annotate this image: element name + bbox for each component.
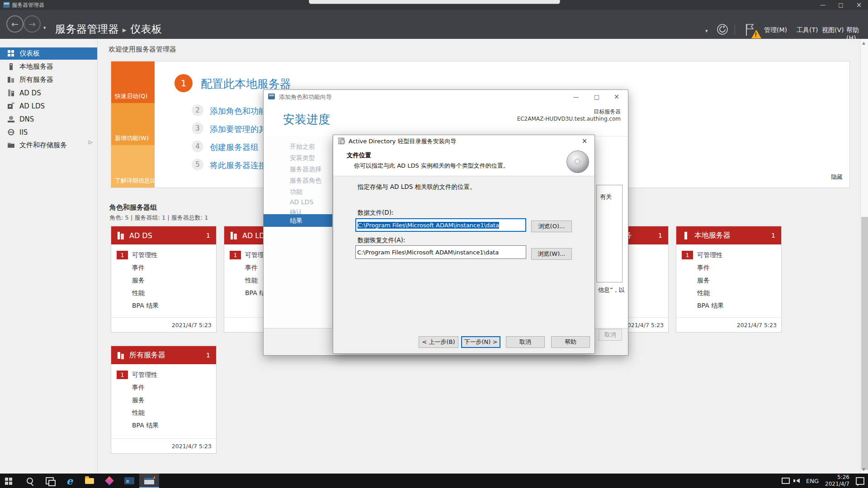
expander-icon[interactable]: ▷ bbox=[89, 139, 92, 145]
task-view-button[interactable] bbox=[40, 474, 60, 488]
dashboard-icon bbox=[8, 50, 14, 57]
system-tray: × ENG 5:26 2021/4/7 bbox=[782, 474, 868, 488]
help-button[interactable]: 帮助 bbox=[551, 336, 590, 348]
tray-monitor-icon[interactable] bbox=[782, 478, 790, 484]
tile-row[interactable]: 服务 bbox=[111, 274, 216, 287]
recovery-files-input[interactable] bbox=[355, 245, 526, 259]
tile-row[interactable]: 1可管理性 bbox=[676, 249, 781, 262]
toolbar-caret-icon[interactable]: ▾ bbox=[705, 28, 708, 34]
tile-row[interactable]: 事件 bbox=[676, 262, 781, 274]
start-button[interactable] bbox=[0, 474, 20, 488]
taskbar-app[interactable] bbox=[99, 474, 119, 488]
notifications-flag-icon[interactable]: ! bbox=[745, 23, 761, 38]
whats-new-block[interactable]: 新增功能(W) bbox=[111, 103, 155, 145]
menu-tools[interactable]: 工具(T) bbox=[797, 26, 818, 34]
sidebar-item-dns[interactable]: DNS bbox=[0, 113, 97, 125]
sidebar-item-local-server[interactable]: 本地服务器 bbox=[0, 61, 97, 73]
tile-row[interactable]: 事件 bbox=[111, 381, 216, 394]
browse-data-button[interactable]: 浏览(O)... bbox=[531, 221, 572, 232]
taskbar-server-manager-active[interactable] bbox=[139, 474, 159, 488]
refresh-icon[interactable] bbox=[717, 24, 728, 37]
learn-more-block[interactable]: 了解详细信息(L) bbox=[111, 145, 155, 188]
tile-row[interactable]: BPA 结果 bbox=[676, 300, 781, 312]
dialog-icon bbox=[338, 137, 345, 145]
tile-header[interactable]: AD DS 1 bbox=[111, 226, 216, 244]
iis-icon bbox=[8, 129, 14, 136]
back-button[interactable]: ← bbox=[6, 15, 24, 33]
taskbar-file-explorer[interactable] bbox=[80, 474, 99, 488]
breadcrumb: 服务器管理器▸仪表板 bbox=[55, 22, 162, 36]
servers-icon bbox=[117, 352, 124, 359]
step-4-link[interactable]: 创建服务器组 bbox=[210, 142, 259, 153]
nav-history-caret-icon[interactable]: ▾ bbox=[43, 25, 46, 31]
tile-row[interactable]: BPA 结果 bbox=[111, 300, 216, 312]
wizard-maximize-button[interactable]: □ bbox=[590, 93, 604, 101]
task-view-icon bbox=[46, 477, 54, 484]
menu-view[interactable]: 视图(V) bbox=[822, 26, 844, 34]
tile-row[interactable]: 性能 bbox=[111, 407, 216, 419]
file-storage-icon bbox=[8, 142, 14, 149]
cancel-button[interactable]: 取消 bbox=[506, 336, 545, 348]
wizard-step-results[interactable]: 结果 bbox=[264, 214, 332, 227]
sidebar-item-ad-lds[interactable]: AD LDS bbox=[0, 100, 97, 112]
taskbar-ie[interactable]: e bbox=[60, 474, 80, 488]
sidebar-item-file-storage[interactable]: 文件和存储服务 ▷ bbox=[0, 139, 97, 151]
data-files-input[interactable]: C:\Program Files\Microsoft ADAM\instance… bbox=[355, 218, 526, 232]
breadcrumb-page[interactable]: 仪表板 bbox=[130, 23, 162, 35]
window-close-button[interactable]: × bbox=[850, 0, 868, 10]
quick-start-block[interactable]: 快速启动(Q) bbox=[111, 61, 155, 103]
ie-icon: e bbox=[66, 475, 73, 487]
wizard-titlebar: 添加角色和功能向导 — □ × bbox=[264, 90, 628, 103]
scroll-up-icon[interactable]: ▲ bbox=[862, 41, 865, 45]
tile-row[interactable]: BPA 结果 bbox=[111, 419, 216, 432]
tile-row[interactable]: 性能 bbox=[676, 287, 781, 300]
main-scrollbar[interactable]: ▲ ▼ bbox=[860, 39, 868, 474]
breadcrumb-root[interactable]: 服务器管理器 bbox=[55, 23, 119, 35]
hide-link[interactable]: 隐藏 bbox=[831, 173, 843, 181]
taskbar-search-button[interactable] bbox=[20, 474, 40, 488]
role-icon bbox=[117, 232, 124, 239]
sidebar-item-ad-ds[interactable]: AD DS bbox=[0, 87, 97, 99]
tile-timestamp: 2021/4/7 5:23 bbox=[111, 317, 216, 332]
tile-row[interactable]: 性能 bbox=[111, 287, 216, 300]
tile-header[interactable]: 所有服务器 1 bbox=[111, 346, 216, 364]
wizard-close-button[interactable]: × bbox=[610, 93, 623, 101]
window-minimize-button[interactable]: — bbox=[814, 0, 832, 10]
sidebar-item-iis[interactable]: IIS bbox=[0, 126, 97, 138]
sidebar-item-all-servers[interactable]: 所有服务器 bbox=[0, 74, 97, 86]
browse-recovery-button[interactable]: 浏览(W)... bbox=[531, 248, 572, 260]
taskbar-clock[interactable]: 5:26 2021/4/7 bbox=[825, 474, 849, 488]
tile-row[interactable]: 服务 bbox=[111, 394, 216, 407]
dialog-close-button[interactable]: × bbox=[579, 137, 590, 145]
tile-row[interactable]: 1可管理性 bbox=[111, 249, 216, 262]
dialog-title: Active Directory 轻型目录服务安装向导 bbox=[349, 137, 456, 145]
next-step-button[interactable]: 下一步(N) > bbox=[461, 336, 500, 348]
wizard-minimize-button[interactable]: — bbox=[569, 93, 583, 101]
recovery-files-label: 数据恢复文件(A): bbox=[358, 236, 405, 244]
local-server-icon bbox=[8, 63, 14, 70]
sidebar-item-dashboard[interactable]: 仪表板 bbox=[0, 47, 97, 60]
action-center-icon[interactable] bbox=[856, 477, 864, 485]
menu-manage[interactable]: 管理(M) bbox=[764, 26, 787, 34]
forward-button[interactable]: → bbox=[24, 15, 41, 33]
scroll-down-icon[interactable]: ▼ bbox=[862, 467, 865, 472]
step-5-circle: 5 bbox=[192, 159, 203, 170]
wizard-header: 安装进度 目标服务器 EC2AMAZ-HUDVD3U.test.authing.… bbox=[264, 103, 628, 136]
language-indicator[interactable]: ENG bbox=[806, 478, 819, 484]
roles-summary: 角色: 5 | 服务器组: 1 | 服务器总数: 1 bbox=[109, 214, 208, 222]
window-maximize-button[interactable]: □ bbox=[832, 0, 850, 10]
tile-count: 1 bbox=[206, 352, 210, 359]
wizard-cancel-button[interactable]: 取消 bbox=[599, 329, 622, 341]
clock-time: 5:26 bbox=[825, 474, 849, 481]
tile-row[interactable]: 服务 bbox=[676, 274, 781, 287]
tile-row[interactable]: 1可管理性 bbox=[111, 369, 216, 381]
taskbar-powershell[interactable]: ≥ bbox=[119, 474, 139, 488]
rdp-connection-bar[interactable] bbox=[309, 0, 560, 4]
back-step-button[interactable]: < 上一步(B) bbox=[419, 336, 458, 348]
step-2-link[interactable]: 添加角色和功能 bbox=[210, 106, 267, 117]
desktop: 服务器管理器 — □ × ← → ▾ 服务器管理器▸仪表板 ▾ ! 管理(M) … bbox=[0, 0, 868, 488]
tile-header[interactable]: 本地服务器 1 bbox=[676, 226, 781, 244]
tile-row[interactable]: 事件 bbox=[111, 262, 216, 274]
muted-speaker-icon[interactable]: × bbox=[796, 479, 800, 483]
scrollbar-thumb[interactable] bbox=[861, 217, 868, 470]
